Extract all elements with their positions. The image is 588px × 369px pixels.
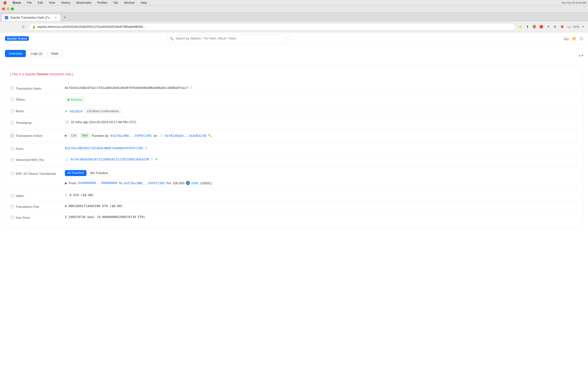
tab-close-button[interactable]: ✕ — [54, 16, 58, 20]
token-amount: 100,000 — [173, 181, 184, 185]
help-icon-status[interactable]: ? — [10, 97, 14, 101]
menu-icon[interactable]: ≡ — [580, 24, 586, 30]
fee-text: 0.00019661714465298 ETH ($0.00) — [65, 204, 123, 208]
menu-bookmarks[interactable]: Bookmarks — [76, 0, 92, 5]
net-transfers-tab[interactable]: Net Transfers — [87, 170, 111, 176]
value-text: 0 ETH ($0.00) — [70, 193, 94, 197]
header-right-icons: 📖 ☀️ ⬡ — [564, 36, 583, 41]
tab-state[interactable]: State — [47, 50, 62, 57]
vpn-icon[interactable]: VPN — [573, 24, 579, 30]
menu-window[interactable]: Window — [123, 0, 136, 5]
usdc-link[interactable]: USDC — [191, 181, 199, 185]
list-view-button[interactable]: ≡ ▾ — [579, 54, 583, 57]
value-label: ? Value: — [10, 193, 65, 198]
etherscan-header: Sepolia Testnet 🔍 / 📖 ☀️ ⬡ — [0, 32, 588, 45]
contract-icon: 📄 — [159, 134, 163, 137]
block-check-icon: ✔ — [65, 109, 68, 113]
action-to-link[interactable]: 0xfAC40a03...bC8dE423B — [165, 134, 206, 138]
page-container: Sepolia Testnet 🔍 / 📖 ☀️ ⬡ Overview Logs… — [0, 32, 588, 369]
spacer-row — [10, 128, 578, 130]
tx-from-row: ? From: 0xE70ac9BE5D57181858c8B0F7e84084… — [10, 143, 578, 154]
chevron-down-icon: ▾ — [582, 54, 583, 57]
call-badge: Call — [69, 133, 78, 138]
reload-button[interactable]: ↻ — [20, 23, 27, 30]
copy-hash-button[interactable]: ⎘ — [190, 86, 192, 90]
to-label-token: To — [119, 181, 122, 185]
token-from-link[interactable]: 0x00000000...000000000 — [78, 181, 117, 185]
timestamp-text: 31 mins ago (Oct-20-2024 03:17:48 PM UTC… — [71, 120, 136, 124]
copy-from-button[interactable]: ⎘ — [145, 146, 147, 150]
extension-icon-4[interactable]: 🦊 — [559, 24, 565, 30]
address-bar-container: ‹ › ↻ 🔒 sepolia.etherscan.io/tx/0xf2e5e1… — [0, 21, 588, 32]
menu-profiles[interactable]: Profiles — [96, 0, 108, 5]
tab-logs[interactable]: Logs (1) — [27, 50, 46, 57]
help-icon-interacted[interactable]: ? — [10, 158, 14, 162]
help-icon-hash[interactable]: ? — [10, 86, 14, 90]
forward-button[interactable]: › — [11, 23, 18, 30]
help-icon-from[interactable]: ? — [10, 147, 14, 151]
tx-hash-row: ? Transaction Hash: 0xf2e5e15d6e4f42c37d… — [10, 83, 578, 94]
menu-brave[interactable]: Brave — [12, 0, 22, 5]
address-bar[interactable]: 🔒 sepolia.etherscan.io/tx/0xf2e5e15d6e4f… — [29, 23, 515, 31]
search-input[interactable] — [176, 37, 283, 40]
close-window-button[interactable] — [2, 7, 5, 10]
help-icon-fee[interactable]: ? — [10, 205, 14, 209]
function-text: Function by — [92, 134, 108, 138]
new-tab-button[interactable]: + — [61, 14, 68, 21]
tx-timestamp-row: ? Timestamp: 🕐 31 mins ago (Oct-20-2024 … — [10, 117, 578, 128]
menu-apple[interactable]: 🍎 — [2, 0, 8, 5]
eth-icon[interactable]: ⬡ — [580, 36, 583, 41]
spacer-row-3 — [10, 165, 578, 167]
hash-text: 0xf2e5e15d6e4f42c37d1a40d18e619ed979fbdd… — [65, 86, 188, 90]
bookmark-icon[interactable]: ⭐ — [517, 24, 523, 30]
menu-view[interactable]: View — [48, 0, 56, 5]
menu-file[interactable]: File — [26, 0, 33, 5]
timestamp-value: 🕐 31 mins ago (Oct-20-2024 03:17:48 PM U… — [65, 120, 578, 124]
transfer-tabs: All Transfers Net Transfers — [65, 170, 111, 176]
tab-overview[interactable]: Overview — [5, 50, 26, 57]
reader-mode-icon[interactable]: 📖 — [566, 24, 572, 30]
brave-shield-icon[interactable]: 🦁 — [531, 24, 537, 30]
spacer-row-4 — [10, 188, 578, 190]
interacted-address-link[interactable]: 0xfAC40a03842A73139065A2312785188bC8dE42… — [71, 157, 149, 161]
help-icon-action[interactable]: ⚡ — [10, 134, 14, 138]
from-label: ? From: — [10, 146, 65, 151]
extension-icon-1[interactable]: 🔴 — [538, 24, 544, 30]
copy-interacted-button[interactable]: ⎘ — [151, 157, 153, 161]
erc20-value: All Transfers Net Transfers ▶ From 0x000… — [65, 170, 578, 185]
help-icon-timestamp[interactable]: ? — [10, 121, 14, 125]
edit-icon[interactable]: ✏️ — [208, 134, 212, 137]
help-icon-value[interactable]: ? — [10, 194, 14, 198]
help-icon-block[interactable]: ? — [10, 109, 14, 113]
share-icon[interactable]: ⬆ — [524, 24, 530, 30]
transfer-arrow-icon: ▶ — [65, 181, 67, 185]
block-number-link[interactable]: 6910924 — [70, 110, 83, 113]
maximize-window-button[interactable] — [11, 7, 14, 10]
token-to-link[interactable]: 0xE70ac9BE...F0F072305 — [124, 181, 165, 185]
menu-tab[interactable]: Tab — [112, 0, 119, 5]
help-icon-erc20[interactable]: ? — [10, 172, 14, 176]
help-icon-gas[interactable]: ? — [10, 216, 14, 220]
search-bar[interactable]: 🔍 / — [167, 34, 291, 43]
menu-help[interactable]: Help — [140, 0, 148, 5]
from-address-link[interactable]: 0xE70ac9BE5D57181858c8B0F7e840843F0F0723… — [65, 146, 143, 150]
back-button[interactable]: ‹ — [2, 23, 9, 30]
menu-history[interactable]: History — [60, 0, 71, 5]
fee-amount: 0.00019661714465298 ETH ($0.00) — [65, 204, 578, 208]
tx-action-row: ⚡ Transaction Action: ▶ Call Mint Functi… — [10, 130, 578, 141]
lock-icon: 🔒 — [32, 25, 36, 29]
tx-interacted-row: ? Interacted With (To): 📄 0xfAC40a03842A… — [10, 154, 578, 165]
list-icon: ≡ — [579, 54, 581, 57]
all-transfers-tab[interactable]: All Transfers — [65, 170, 86, 176]
minimize-window-button[interactable] — [6, 7, 9, 10]
action-from-link[interactable]: 0xE70ac9BE...F0F072305 — [111, 134, 152, 138]
extension-icon-3[interactable]: K — [552, 24, 558, 30]
status-label: ? Status: — [10, 97, 65, 101]
tx-tabs: Overview Logs (1) State — [5, 50, 62, 57]
browser-tab-active[interactable]: Sepolia Transaction Hash (Tx... ✕ — [1, 14, 61, 21]
theme-icon[interactable]: ☀️ — [572, 36, 577, 41]
extension-icon-2[interactable]: ✕ — [545, 24, 551, 30]
book-icon[interactable]: 📖 — [564, 36, 569, 41]
search-shortcut: / — [285, 37, 289, 40]
menu-edit[interactable]: Edit — [37, 0, 44, 5]
